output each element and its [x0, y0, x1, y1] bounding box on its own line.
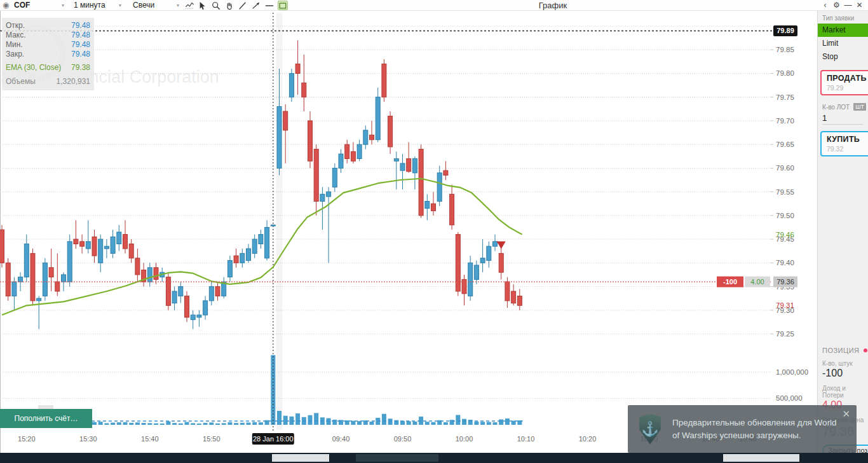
buy-price: 79.32 — [827, 145, 868, 153]
back-icon[interactable]: ‹ — [820, 1, 830, 10]
unit-badge[interactable]: ШТ — [853, 103, 866, 111]
low-row: Мин. 79.48 — [6, 40, 90, 50]
svg-text:79.36: 79.36 — [776, 278, 794, 286]
svg-text:15:40: 15:40 — [141, 435, 159, 443]
trend-arrow-tool-icon[interactable] — [251, 1, 261, 10]
quantity-input[interactable]: 1 — [822, 113, 863, 125]
order-type-label: Тип заявки — [822, 15, 868, 22]
position-title: ПОЗИЦИЯ — [822, 347, 868, 354]
horizontal-line-tool-icon[interactable] — [264, 1, 275, 10]
position-qty-value: -100 — [822, 368, 868, 379]
svg-text:4.00: 4.00 — [750, 278, 764, 286]
pan-hand-icon[interactable] — [224, 1, 234, 10]
svg-text:09:40: 09:40 — [332, 435, 350, 443]
minimize-icon[interactable]: — — [843, 1, 853, 10]
svg-text:79.55: 79.55 — [776, 188, 794, 196]
symbol-selector[interactable]: COF — [14, 1, 30, 10]
svg-text:28 Jan 16:00: 28 Jan 16:00 — [253, 435, 294, 443]
close-row: Закр. 79.48 — [6, 50, 90, 59]
quantity-label-row: К-во ЛОТ ШТ — [822, 103, 866, 111]
svg-text:10:20: 10:20 — [579, 435, 597, 443]
svg-text:79.40: 79.40 — [776, 259, 794, 266]
chevron-down-icon[interactable]: ▾ — [62, 1, 64, 10]
chevron-down-icon[interactable]: ▾ — [119, 1, 121, 10]
instrument-icon: ◉ — [3, 1, 9, 10]
svg-text:15:30: 15:30 — [79, 435, 97, 443]
svg-text:79.80: 79.80 — [776, 69, 794, 77]
sell-button[interactable]: ПРОДАТЬ 79.29 — [820, 70, 868, 95]
position-qty-label: К-во, штук — [822, 360, 868, 367]
svg-text:79.70: 79.70 — [776, 117, 794, 125]
svg-text:79.65: 79.65 — [776, 141, 794, 148]
svg-text:15:20: 15:20 — [18, 435, 36, 443]
position-status-dot — [864, 349, 867, 352]
svg-text:15:50: 15:50 — [203, 435, 220, 443]
ema-row: EMA (30, Close) 79.38 — [6, 63, 90, 73]
ohlc-info-panel: Откр. 79.48 Макс. 79.48 Мин. 79.48 Закр.… — [2, 18, 94, 90]
titlebar: ◉ COF ▾ 1 минута ▾ Свечи ▾ График — [0, 0, 868, 11]
notification-toast[interactable]: ⚓ Предварительные обновления для World o… — [628, 405, 857, 453]
panel-drag-handle[interactable] — [38, 406, 53, 408]
world-of-warships-icon: ⚓ — [628, 414, 672, 445]
svg-text:-100: -100 — [723, 278, 737, 286]
position-pnl-label: Доход и Потери — [822, 385, 868, 399]
indicators-icon[interactable] — [184, 1, 194, 10]
svg-text:79.31: 79.31 — [776, 301, 794, 309]
buy-button[interactable]: КУПИТЬ 79.32 — [820, 131, 868, 156]
cursor-tool-icon[interactable] — [198, 1, 208, 10]
anchor-icon: ⚓ — [641, 421, 658, 438]
order-type-stop[interactable]: Stop — [818, 50, 868, 64]
zoom-tool-icon[interactable] — [211, 1, 221, 10]
volume-row: Объемы 1,320,931 — [6, 77, 90, 86]
deposit-button[interactable]: Пополнить счёт… — [0, 409, 92, 428]
svg-text:79.25: 79.25 — [776, 330, 794, 338]
toast-close-icon[interactable]: ✕ — [842, 408, 850, 420]
svg-text:79.60: 79.60 — [776, 164, 794, 172]
rectangle-tool-icon[interactable] — [278, 1, 288, 10]
taskbar-window-preview[interactable] — [723, 454, 799, 462]
svg-text:09:50: 09:50 — [394, 435, 412, 443]
order-panel: Тип заявки Market Limit Stop ПРОДАТЬ 79.… — [817, 11, 868, 453]
ema-line — [2, 179, 522, 315]
page-title: График — [496, 1, 610, 10]
candlestick-chart[interactable]: COFCapital One Financial Corporation1,00… — [0, 0, 817, 453]
chart-type-selector[interactable]: Свечи — [133, 1, 154, 10]
gear-icon[interactable]: ⚙ — [832, 1, 841, 10]
svg-text:79.75: 79.75 — [776, 93, 794, 101]
order-type-limit[interactable]: Limit — [818, 37, 868, 50]
svg-text:79.46: 79.46 — [776, 231, 794, 238]
high-row: Макс. 79.48 — [6, 31, 90, 40]
toast-message: Предварительные обновления для World of … — [672, 417, 857, 441]
taskbar-window-preview[interactable] — [272, 454, 329, 462]
taskbar[interactable] — [0, 453, 868, 463]
sell-price: 79.29 — [827, 84, 868, 92]
svg-text:1,000,000: 1,000,000 — [776, 368, 808, 376]
svg-text:10:00: 10:00 — [456, 435, 473, 443]
trading-terminal-window: COFCapital One Financial Corporation1,00… — [0, 0, 868, 463]
taskbar-item[interactable] — [356, 454, 438, 462]
svg-text:79.89: 79.89 — [776, 27, 794, 34]
chevron-down-icon[interactable]: ▾ — [177, 1, 179, 10]
line-tool-icon[interactable] — [238, 1, 248, 10]
timeframe-selector[interactable]: 1 минута — [74, 1, 105, 10]
svg-text:79.50: 79.50 — [776, 212, 794, 219]
svg-text:500,000: 500,000 — [776, 394, 803, 402]
svg-text:79.85: 79.85 — [776, 46, 794, 53]
close-icon[interactable]: ✕ — [855, 1, 864, 10]
open-row: Откр. 79.48 — [6, 21, 90, 31]
order-type-market[interactable]: Market — [818, 24, 868, 37]
sell-marker-icon — [497, 242, 506, 249]
svg-text:10:10: 10:10 — [517, 435, 535, 443]
